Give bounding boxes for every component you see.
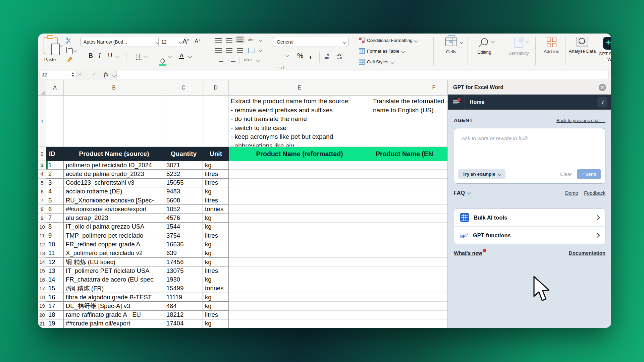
cell-english-empty[interactable] <box>370 275 447 284</box>
cell-unit[interactable]: litres <box>203 179 229 187</box>
demo-link[interactable]: Demo <box>565 190 578 196</box>
cell-reformatted-empty[interactable] <box>229 214 370 223</box>
cell-unit[interactable]: kg <box>203 275 229 284</box>
faq-toggle[interactable]: FAQ <box>454 190 470 196</box>
cell-reformatted-empty[interactable] <box>229 205 370 214</box>
cell-unit[interactable]: kg <box>203 293 229 302</box>
select-all-corner[interactable] <box>38 80 46 96</box>
cell-id[interactable]: 15 <box>46 284 64 293</box>
header-cell-id[interactable]: ID <box>46 147 64 161</box>
name-box-stepper[interactable] <box>71 72 74 77</box>
row-number[interactable]: 7 <box>38 196 46 205</box>
fill-color-icon[interactable] <box>159 59 166 66</box>
cell-unit[interactable]: kg <box>203 249 229 258</box>
row-number[interactable]: 9 <box>38 214 46 223</box>
cell-unit[interactable]: tonnes <box>203 284 229 293</box>
borders-chevron-icon[interactable] <box>144 54 147 58</box>
cell-id[interactable]: 14 <box>46 275 64 284</box>
shrink-font-button[interactable]: A˅ <box>195 38 201 45</box>
header-cell-name[interactable]: Product Name (source) <box>64 147 164 161</box>
cell-english-empty[interactable] <box>370 223 447 231</box>
bold-button[interactable]: B <box>89 52 93 59</box>
cell-quantity[interactable]: 18212 <box>164 311 203 319</box>
row-number[interactable]: 1 <box>38 96 46 147</box>
cell-product-name[interactable]: ##crude palm oil/export <box>64 319 164 328</box>
cell-quantity[interactable]: 9483 <box>164 187 203 196</box>
cell-id[interactable]: 19 <box>46 319 64 328</box>
row-number[interactable]: 10 <box>38 223 46 231</box>
addins-button[interactable]: Add-ins <box>538 38 565 54</box>
cell-reformatted-empty[interactable] <box>229 170 370 178</box>
cell-english-empty[interactable] <box>370 240 447 249</box>
percent-style-button[interactable]: % <box>297 52 304 60</box>
cell-reformatted-empty[interactable] <box>229 311 370 319</box>
cell-quantity[interactable]: 11119 <box>164 293 203 302</box>
cell-english-empty[interactable] <box>370 170 447 178</box>
cell-id[interactable]: 11 <box>46 249 64 258</box>
cell-unit[interactable]: kg <box>203 187 229 196</box>
column-header-C[interactable]: C <box>164 80 203 96</box>
gpt-excel-addin-button[interactable]: GPT Excel W <box>598 37 611 62</box>
header-cell-reformatted[interactable]: Product Name (reformatted) <box>229 147 370 161</box>
row-number[interactable]: 18 <box>38 293 46 302</box>
prompt-input[interactable]: Ask to write or rewrite in bulk <box>462 135 528 141</box>
row-number[interactable]: 17 <box>38 284 46 293</box>
cell-product-name[interactable]: IT_polimero PET riciclato USA <box>64 266 164 275</box>
cell-quantity[interactable]: 17456 <box>164 258 203 266</box>
cell-product-name[interactable]: alu scrap_2023 <box>64 214 164 223</box>
row-number[interactable]: 4 <box>38 170 46 178</box>
cell-id[interactable]: 2 <box>46 170 64 178</box>
cell-unit[interactable]: litres <box>203 170 229 178</box>
italic-button[interactable]: I <box>99 52 101 59</box>
align-bottom-icon[interactable] <box>235 36 245 43</box>
conditional-formatting-button[interactable]: Conditional Formatting <box>359 38 418 43</box>
cell-reformatted-empty[interactable] <box>229 302 370 310</box>
cell-quantity[interactable]: 5608 <box>164 196 203 205</box>
font-size-combo[interactable]: 12 <box>158 37 185 47</box>
cell-reformatted-empty[interactable] <box>229 275 370 284</box>
cell-english-empty[interactable] <box>370 231 447 240</box>
cell-unit[interactable]: tonnes <box>203 205 229 214</box>
decrease-decimal-button[interactable]: .00 →0 <box>337 53 342 60</box>
font-color-icon[interactable] <box>179 53 184 59</box>
cell-id[interactable]: 13 <box>46 266 64 275</box>
formula-input[interactable] <box>116 70 608 79</box>
documentation-link[interactable]: Documentation <box>569 250 605 256</box>
cell-english-empty[interactable] <box>370 214 447 223</box>
fx-icon[interactable]: fx <box>104 70 108 78</box>
cell[interactable] <box>64 96 164 147</box>
cell-reformatted-empty[interactable] <box>229 249 370 258</box>
borders-icon[interactable] <box>136 54 142 60</box>
cell-product-name[interactable]: RU_Хлопковое волокно [Spec- <box>64 196 164 205</box>
cell-id[interactable]: 5 <box>46 196 64 205</box>
editing-button[interactable]: Editing <box>470 38 498 55</box>
menu-button[interactable] <box>448 95 465 110</box>
column-header-F[interactable]: F <box>370 80 447 96</box>
merge-center-icon[interactable] <box>248 48 255 53</box>
cell-reformatted-empty[interactable] <box>229 293 370 302</box>
cell-reformatted-empty[interactable] <box>229 223 370 231</box>
format-painter-icon[interactable] <box>66 56 73 63</box>
cell-id[interactable]: 9 <box>46 231 64 240</box>
cell-quantity[interactable]: 4576 <box>164 214 203 223</box>
cell-unit[interactable]: litres <box>203 196 229 205</box>
cell-english-empty[interactable] <box>370 249 447 258</box>
underline-button[interactable]: U <box>108 52 112 59</box>
cell-reformatted-empty[interactable] <box>229 231 370 240</box>
cell-quantity[interactable]: 3071 <box>164 161 203 170</box>
row-number[interactable]: 19 <box>38 302 46 310</box>
align-top-icon[interactable] <box>215 38 222 43</box>
fill-color-chevron-icon[interactable] <box>168 54 171 58</box>
cell-quantity[interactable]: 1052 <box>164 205 203 214</box>
row-number[interactable]: 2 <box>38 147 46 161</box>
column-header-E[interactable]: E <box>229 80 370 96</box>
cell-english-empty[interactable] <box>370 179 447 187</box>
feedback-link[interactable]: Feedback <box>584 190 605 196</box>
cell-english-empty[interactable] <box>370 161 447 170</box>
column-header-D[interactable]: D <box>203 80 229 96</box>
copy-chevron-icon[interactable] <box>73 49 77 52</box>
cell-product-name[interactable]: IT_olio di palma grezzo USA <box>64 223 164 231</box>
merge-chevron-icon[interactable] <box>258 48 262 52</box>
cell-id[interactable]: 7 <box>46 214 64 223</box>
cell-quantity[interactable]: 5232 <box>164 170 203 178</box>
